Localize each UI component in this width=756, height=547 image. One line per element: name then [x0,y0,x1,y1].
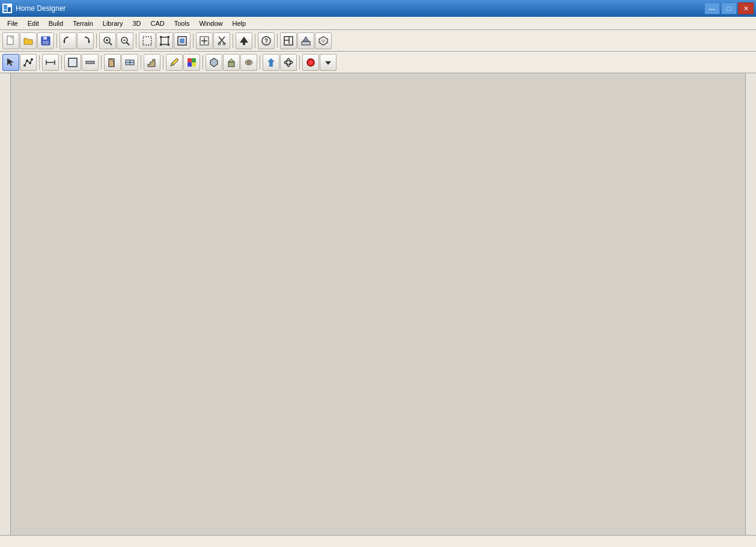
separator [56,34,57,48]
room-button[interactable] [64,54,81,71]
svg-text:?: ? [264,38,268,44]
close-button[interactable]: ✕ [738,2,754,14]
svg-point-59 [309,61,312,64]
menu-build[interactable]: Build [44,19,68,28]
svg-marker-26 [240,37,248,43]
add-button[interactable] [196,32,213,49]
separator [39,55,40,70]
menu-3d[interactable]: 3D [127,19,145,28]
separator [299,55,300,70]
svg-marker-9 [88,41,90,43]
open-button[interactable] [20,32,37,49]
app-title: Home Designer [16,4,66,13]
separator [203,55,203,70]
minimize-button[interactable]: — [704,2,720,14]
separator [96,34,97,48]
title-controls: — □ ✕ [704,2,754,14]
zoom-out-button[interactable] [117,32,133,49]
menu-edit[interactable]: Edit [23,19,44,28]
svg-rect-49 [192,58,196,62]
svg-point-56 [247,61,251,64]
help-button[interactable]: ? [258,32,275,49]
menu-help[interactable]: Help [228,19,251,28]
move-up-button[interactable] [263,54,279,71]
svg-point-36 [29,62,31,64]
menu-bar: File Edit Build Terrain Library 3D CAD T… [0,17,756,30]
menu-file[interactable]: File [2,19,23,28]
svg-marker-8 [63,41,66,43]
svg-rect-27 [243,43,245,45]
wall-button[interactable] [82,54,99,71]
fill-button[interactable] [174,32,191,49]
3d-button[interactable] [315,32,332,49]
more-button[interactable] [320,54,337,71]
title-bar: Home Designer — □ ✕ [0,0,756,17]
3d-shape-button[interactable] [206,54,222,71]
zoom-in-button[interactable] [99,32,116,49]
svg-point-37 [31,58,33,61]
svg-rect-4 [7,36,13,44]
status-bar [0,535,756,547]
svg-rect-30 [284,37,293,45]
svg-marker-52 [210,58,218,67]
right-panel [745,73,756,535]
svg-rect-53 [228,62,234,67]
separator [136,34,136,48]
svg-rect-42 [86,61,94,64]
separator [141,55,141,70]
svg-rect-18 [161,37,168,44]
svg-marker-60 [325,61,331,65]
svg-rect-17 [143,37,151,45]
material-button[interactable] [183,54,200,71]
elevation-button[interactable] [297,32,314,49]
menu-library[interactable]: Library [98,19,128,28]
separator [193,34,194,48]
window-button[interactable] [121,54,138,71]
separator [277,34,278,48]
main-area: Viking [0,73,756,535]
menu-tools[interactable]: Tools [169,19,195,28]
floorplan-button[interactable] [280,32,297,49]
separator [61,55,62,70]
left-panel [0,73,11,535]
polyline-button[interactable] [20,54,37,71]
separator [255,34,255,48]
svg-marker-32 [303,37,309,41]
svg-marker-33 [7,58,14,66]
up-button[interactable] [236,32,252,49]
svg-rect-48 [187,58,192,62]
menu-terrain[interactable]: Terrain [68,19,98,28]
select-arrow-button[interactable] [2,54,19,71]
svg-rect-51 [192,62,196,67]
menu-window[interactable]: Window [194,19,227,28]
svg-rect-31 [302,41,310,45]
svg-rect-2 [8,7,11,12]
transform-button[interactable] [280,54,297,71]
title-bar-left: Home Designer [2,4,66,13]
undo-button[interactable] [59,32,76,49]
new-button[interactable] [2,32,19,49]
separator [260,55,260,70]
record-button[interactable] [302,54,319,71]
svg-rect-1 [4,5,7,10]
svg-point-34 [23,64,26,67]
svg-line-11 [109,43,112,45]
cut-button[interactable] [213,32,230,49]
save-button[interactable] [37,32,54,49]
object-button[interactable] [223,54,240,71]
fit-button[interactable] [156,32,173,49]
fixture-button[interactable] [240,54,257,71]
stair-button[interactable] [144,54,160,71]
svg-rect-41 [69,58,77,67]
dimension-button[interactable] [42,54,59,71]
door-button[interactable] [104,54,121,71]
redo-button[interactable] [77,32,94,49]
pencil-button[interactable] [166,54,183,71]
svg-rect-6 [43,37,47,40]
maximize-button[interactable]: □ [721,2,737,14]
separator [101,55,102,70]
menu-cad[interactable]: CAD [145,19,169,28]
canvas-wrapper: Viking [11,73,745,535]
toolbar2 [0,52,756,73]
select-button[interactable] [139,32,156,49]
